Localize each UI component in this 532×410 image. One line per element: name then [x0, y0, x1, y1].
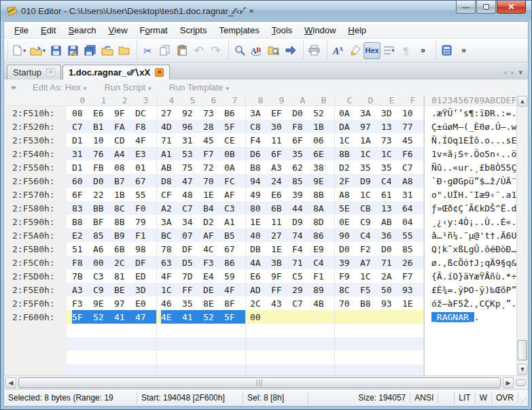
hex-byte[interactable]: 2C: [250, 296, 271, 310]
hex-byte[interactable]: 70: [339, 296, 360, 310]
hex-byte[interactable]: 1A: [360, 133, 381, 147]
hex-byte[interactable]: [402, 337, 423, 351]
hex-byte[interactable]: [339, 351, 360, 364]
hex-row-empty[interactable]: [4, 351, 516, 364]
hex-byte[interactable]: [250, 364, 271, 375]
title-bar[interactable]: 010 Editor - C:\Users\User\Desktop\test\…: [1, 1, 531, 21]
hex-byte[interactable]: CD: [114, 133, 135, 147]
hex-byte[interactable]: BB: [93, 201, 114, 215]
hex-row[interactable]: 2:F520h:C7B1FAF84D96285FC830F81BDA971377…: [4, 120, 516, 133]
hex-row[interactable]: 2:F5C0h:F8002CDF63D5F3864A3B71C439A77126…: [4, 256, 516, 269]
hex-byte[interactable]: [292, 337, 313, 351]
hex-byte[interactable]: [292, 324, 313, 337]
hex-byte[interactable]: [250, 337, 271, 351]
hex-byte[interactable]: [93, 337, 114, 351]
hex-byte[interactable]: 35: [381, 160, 402, 174]
tab-startup[interactable]: Startup ✕: [7, 65, 61, 80]
ascii-cell[interactable]: Ç±úøM–(_È0ø.Ú—.w: [424, 120, 516, 133]
hex-byte[interactable]: [381, 364, 402, 375]
hex-byte[interactable]: BC: [161, 228, 182, 242]
hex-byte[interactable]: [72, 337, 93, 351]
hex-byte[interactable]: 39: [292, 188, 313, 201]
vertical-scrollbar[interactable]: ▲ ▼: [516, 95, 528, 375]
ascii-cell[interactable]: [424, 324, 516, 337]
hex-byte[interactable]: AB: [161, 160, 182, 174]
hex-byte[interactable]: 7D: [182, 269, 203, 283]
hex-byte[interactable]: 10: [402, 106, 423, 120]
hex-byte[interactable]: [313, 310, 334, 324]
hex-byte[interactable]: FB: [93, 160, 114, 174]
hex-byte[interactable]: 96: [182, 120, 203, 133]
status-write-mode[interactable]: W: [476, 392, 492, 404]
hex-byte[interactable]: A8: [402, 174, 423, 188]
hex-byte[interactable]: DB: [250, 242, 271, 256]
hex-byte[interactable]: 71: [161, 133, 182, 147]
hex-byte[interactable]: [135, 324, 156, 337]
hex-byte[interactable]: 4F: [224, 283, 245, 296]
hex-byte[interactable]: 72: [203, 160, 224, 174]
hex-byte[interactable]: [360, 310, 381, 324]
hex-byte[interactable]: 30: [271, 120, 292, 133]
hex-byte[interactable]: [161, 324, 182, 337]
hex-byte[interactable]: [360, 324, 381, 337]
ascii-cell[interactable]: [424, 337, 516, 351]
hex-byte[interactable]: [271, 351, 292, 364]
hex-byte[interactable]: 50: [381, 283, 402, 296]
hex-byte[interactable]: BF: [93, 215, 114, 228]
hex-byte[interactable]: 08: [72, 106, 93, 120]
maximize-button[interactable]: [476, 1, 496, 14]
hex-byte[interactable]: 85: [93, 228, 114, 242]
hex-byte[interactable]: 40: [250, 228, 271, 242]
hex-byte[interactable]: [313, 364, 334, 375]
hex-byte[interactable]: [224, 324, 245, 337]
hex-byte[interactable]: 4A: [250, 256, 271, 269]
hex-byte[interactable]: F7: [203, 147, 224, 160]
hex-byte[interactable]: [114, 324, 135, 337]
hex-byte[interactable]: [224, 351, 245, 364]
menu-view[interactable]: View: [103, 23, 134, 37]
hex-byte[interactable]: [72, 351, 93, 364]
hex-byte[interactable]: C7: [72, 120, 93, 133]
hex-byte[interactable]: 00: [93, 256, 114, 269]
undo-button[interactable]: ↶: [190, 42, 207, 59]
hex-byte[interactable]: 52: [93, 310, 114, 324]
hex-byte[interactable]: F2: [360, 242, 381, 256]
hex-byte[interactable]: B7: [114, 174, 135, 188]
ascii-cell[interactable]: óž—àF5Ž.,CÇKp¸”.: [424, 296, 516, 310]
hex-byte[interactable]: ED: [135, 269, 156, 283]
hex-byte[interactable]: [114, 337, 135, 351]
font-button[interactable]: AA: [330, 42, 347, 59]
hex-byte[interactable]: [381, 351, 402, 364]
hex-byte[interactable]: 71: [381, 256, 402, 269]
hex-byte[interactable]: 34: [182, 215, 203, 228]
hex-byte[interactable]: 47: [182, 174, 203, 188]
hex-byte[interactable]: 11: [271, 215, 292, 228]
hex-byte[interactable]: [203, 324, 224, 337]
hex-byte[interactable]: 44: [292, 201, 313, 215]
minimize-button[interactable]: —: [456, 1, 476, 14]
hex-byte[interactable]: 0B: [224, 147, 245, 160]
hex-byte[interactable]: D8: [161, 174, 182, 188]
revert-file-button[interactable]: [99, 42, 116, 59]
edit-as-dropdown[interactable]: Edit As: Hex▾: [33, 82, 86, 92]
hex-byte[interactable]: [203, 337, 224, 351]
hex-byte[interactable]: 6F: [292, 133, 313, 147]
hex-byte[interactable]: E9: [313, 242, 334, 256]
hex-byte[interactable]: [161, 337, 182, 351]
hex-byte[interactable]: F8: [135, 120, 156, 133]
hex-byte[interactable]: 07: [182, 228, 203, 242]
paste-button[interactable]: [173, 42, 190, 59]
save-button[interactable]: [48, 42, 65, 59]
hex-byte[interactable]: A1: [161, 147, 182, 160]
hex-byte[interactable]: F4: [250, 133, 271, 147]
hex-byte[interactable]: FF: [271, 283, 292, 296]
hex-row[interactable]: 2:F5B0h:51A66B9878DF4C67DB1EF4E9D0F2D085…: [4, 242, 516, 256]
hex-byte[interactable]: 71: [292, 256, 313, 269]
hex-byte[interactable]: 1B: [313, 120, 334, 133]
menu-search[interactable]: Search: [62, 23, 102, 37]
hex-byte[interactable]: [161, 364, 182, 375]
tab-active-file[interactable]: 1.doc.ragnar_‹⁄⁄⁄∖xX ✕: [63, 65, 170, 80]
hex-byte[interactable]: 2F: [339, 174, 360, 188]
hex-byte[interactable]: [402, 364, 423, 375]
hex-byte[interactable]: 5F: [224, 310, 245, 324]
